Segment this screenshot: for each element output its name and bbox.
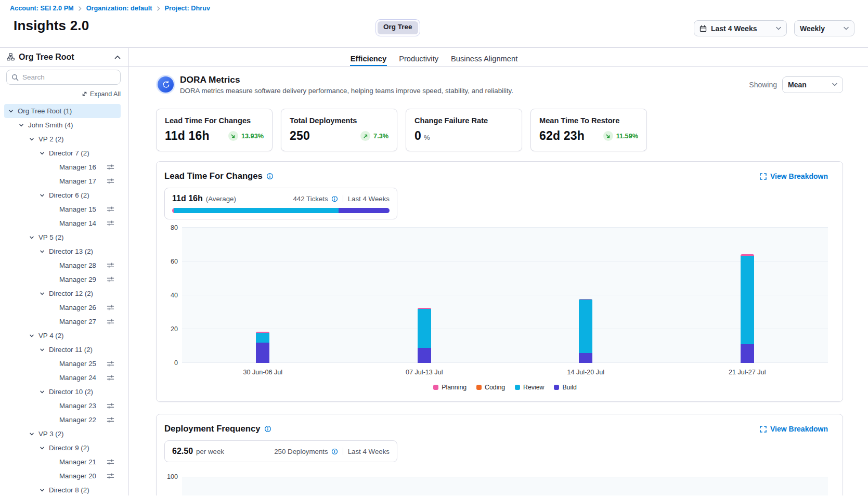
sliders-icon[interactable] (107, 220, 114, 227)
chevron-down-icon[interactable] (40, 193, 45, 198)
sliders-icon[interactable] (107, 318, 114, 325)
chevron-down-icon[interactable] (40, 249, 45, 254)
tree-item-manager-23[interactable]: Manager 23 (4, 399, 121, 413)
chevron-down-icon[interactable] (19, 123, 24, 128)
sliders-icon[interactable] (107, 206, 114, 213)
info-icon[interactable] (264, 425, 271, 433)
legend-item-review[interactable]: Review (515, 384, 544, 391)
granularity-select[interactable]: Weekly (794, 20, 854, 36)
tree-item-manager-20[interactable]: Manager 20 (4, 469, 121, 483)
tree-item-manager-16[interactable]: Manager 16 (4, 160, 121, 174)
chevron-down-icon[interactable] (40, 151, 45, 156)
dora-title: DORA Metrics (180, 74, 513, 85)
x-axis-labels: 30 Jun-06 Jul07 Jul-13 Jul14 Jul-20 Jul2… (182, 369, 828, 376)
sliders-icon[interactable] (107, 374, 114, 381)
showing-mean-select[interactable]: Mean (782, 76, 843, 93)
metric-card-value-row: 0% (414, 129, 513, 143)
bar-30-jun-06-jul (256, 332, 269, 363)
chevron-down-icon (776, 27, 781, 30)
tree-item-manager-24[interactable]: Manager 24 (4, 371, 121, 385)
sliders-icon[interactable] (107, 178, 114, 185)
chevron-down-icon[interactable] (40, 389, 45, 395)
tree-item-manager-17[interactable]: Manager 17 (4, 174, 121, 188)
tree-item-org-tree-root-1[interactable]: Org Tree Root (1) (4, 104, 121, 118)
search-box[interactable] (6, 70, 121, 85)
search-input[interactable] (22, 73, 115, 81)
date-range-select[interactable]: Last 4 Weeks (694, 20, 787, 36)
sliders-icon[interactable] (107, 473, 114, 479)
tree-item-manager-14[interactable]: Manager 14 (4, 216, 121, 230)
tree-item-vp-2-2[interactable]: VP 2 (2) (4, 132, 121, 146)
chevron-down-icon[interactable] (8, 109, 14, 114)
bar-segment-build (256, 343, 269, 363)
trend-down-arrow-icon (603, 131, 613, 141)
legend-item-build[interactable]: Build (554, 384, 576, 391)
bar-segment-review (256, 333, 269, 343)
tree-item-label: Director 12 (2) (49, 290, 93, 297)
lead-time-view-breakdown-link[interactable]: View Breakdown (760, 172, 828, 180)
sliders-icon[interactable] (107, 304, 114, 311)
tree-item-manager-27[interactable]: Manager 27 (4, 315, 121, 329)
tree-item-vp-4-2[interactable]: VP 4 (2) (4, 329, 121, 343)
tab-business-alignment[interactable]: Business Alignment (450, 48, 518, 66)
expand-corners-icon (760, 173, 767, 180)
sliders-icon[interactable] (107, 360, 114, 367)
breadcrumb-project-link[interactable]: Project: Dhruv (165, 5, 210, 12)
tree-item-director-9-2[interactable]: Director 9 (2) (4, 441, 121, 455)
breadcrumb: Account: SEI 2.0 PM Organization: defaul… (10, 5, 210, 12)
tree-item-vp-3-2[interactable]: VP 3 (2) (4, 427, 121, 441)
tree-item-manager-21[interactable]: Manager 21 (4, 455, 121, 469)
org-tree-toggle-label: Org Tree (378, 21, 418, 34)
info-icon[interactable] (266, 173, 274, 180)
sliders-icon[interactable] (107, 276, 114, 283)
chevron-down-icon[interactable] (40, 488, 45, 493)
tree-item-label: Director 8 (2) (49, 486, 89, 494)
tree-item-manager-26[interactable]: Manager 26 (4, 301, 121, 315)
legend-item-planning[interactable]: Planning (433, 384, 467, 391)
breadcrumb-organization-link[interactable]: Organization: default (86, 5, 152, 12)
tab-productivity[interactable]: Productivity (398, 48, 439, 66)
tree-item-label: Manager 23 (59, 402, 96, 410)
sliders-icon[interactable] (107, 459, 114, 465)
tree-item-director-8-2[interactable]: Director 8 (2) (4, 483, 121, 495)
chevron-down-icon[interactable] (29, 432, 34, 437)
breadcrumb-account-link[interactable]: Account: SEI 2.0 PM (10, 5, 74, 12)
tree-item-director-7-2[interactable]: Director 7 (2) (4, 146, 121, 160)
lead-time-summary-card: 11d 16h (Average) 442 Tickets Last 4 Wee… (164, 188, 397, 219)
chevron-down-icon[interactable] (29, 137, 34, 142)
tree-item-john-smith-4[interactable]: John Smith (4) (4, 118, 121, 132)
tree-item-vp-5-2[interactable]: VP 5 (2) (4, 230, 121, 244)
tree-item-manager-29[interactable]: Manager 29 (4, 272, 121, 286)
sliders-icon[interactable] (107, 416, 114, 423)
tree-item-manager-28[interactable]: Manager 28 (4, 258, 121, 272)
tree-item-manager-25[interactable]: Manager 25 (4, 357, 121, 371)
sliders-icon[interactable] (107, 164, 114, 171)
sidebar-collapse-button[interactable] (113, 54, 122, 60)
bar-21-jul-27-jul (741, 254, 754, 363)
sliders-icon[interactable] (107, 262, 114, 269)
divider (343, 195, 343, 202)
tree-item-label: Manager 28 (59, 262, 96, 269)
org-tree-toggle-button[interactable]: Org Tree (375, 19, 420, 36)
tree-item-director-6-2[interactable]: Director 6 (2) (4, 188, 121, 202)
deployment-view-breakdown-link[interactable]: View Breakdown (760, 425, 828, 433)
tree-item-manager-22[interactable]: Manager 22 (4, 413, 121, 427)
tree-item-manager-15[interactable]: Manager 15 (4, 202, 121, 216)
chevron-down-icon[interactable] (29, 235, 34, 240)
expand-all-button[interactable]: Expand All (82, 89, 121, 98)
tree-item-director-11-2[interactable]: Director 11 (2) (4, 343, 121, 357)
chevron-down-icon[interactable] (40, 446, 45, 451)
legend-item-coding[interactable]: Coding (476, 384, 505, 391)
chevron-down-icon[interactable] (40, 291, 45, 296)
tree-item-director-12-2[interactable]: Director 12 (2) (4, 286, 121, 301)
legend-label: Review (523, 384, 544, 391)
chevron-down-icon[interactable] (40, 347, 45, 353)
tree-item-director-10-2[interactable]: Director 10 (2) (4, 385, 121, 399)
tree-item-director-13-2[interactable]: Director 13 (2) (4, 244, 121, 258)
tree-item-label: VP 2 (2) (38, 135, 64, 143)
info-icon[interactable] (331, 195, 338, 202)
sliders-icon[interactable] (107, 402, 114, 409)
tab-efficiency[interactable]: Efficiency (350, 48, 387, 66)
info-icon[interactable] (331, 448, 338, 455)
chevron-down-icon[interactable] (29, 333, 34, 338)
